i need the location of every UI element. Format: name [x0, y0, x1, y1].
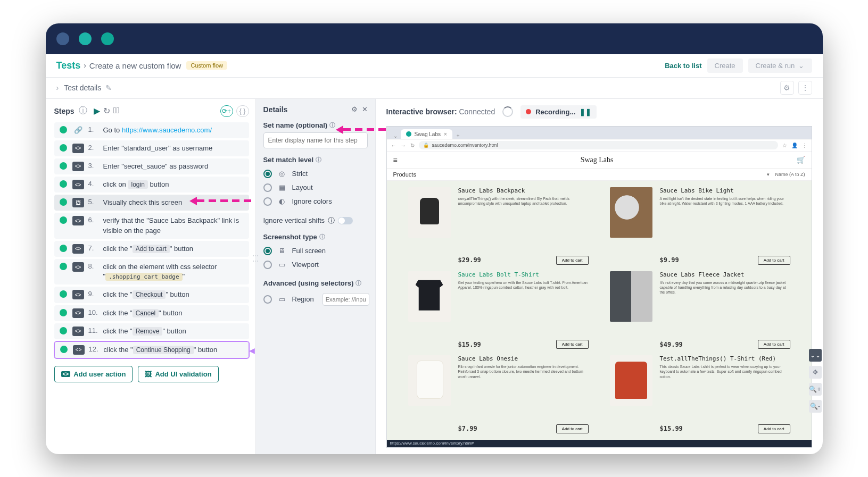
product-name[interactable]: Sauce Labs Bolt T-Shirt: [458, 271, 589, 278]
test-details-label: Test details: [64, 83, 101, 92]
step-name-input[interactable]: [263, 132, 368, 148]
add-step-icon[interactable]: ⟳+: [220, 105, 233, 117]
radio-region[interactable]: ▭Region: [263, 290, 368, 308]
radio-fullscreen[interactable]: 🖥Full screen: [263, 244, 368, 258]
profile-icon[interactable]: 👤: [791, 143, 798, 148]
product-card: Sauce Labs Bolt T-ShirtGet your testing …: [408, 271, 589, 349]
step-row[interactable]: 🖼5.Visually check this screen: [54, 195, 249, 211]
forward-nav-icon[interactable]: →: [401, 143, 406, 148]
product-description: Get your testing superhero on with the S…: [458, 280, 589, 290]
step-number: 8.: [88, 262, 99, 270]
step-row[interactable]: <>3.Enter "secret_sauce" as password: [54, 158, 249, 174]
filter-icon[interactable]: ▾: [767, 172, 770, 177]
step-row[interactable]: <>8.click on the element with css select…: [54, 259, 249, 284]
add-to-cart-button[interactable]: Add to cart: [556, 340, 589, 349]
add-user-action-button[interactable]: <>Add user action: [54, 366, 133, 382]
step-row[interactable]: <>12.click the "Continue Shopping" butto…: [54, 341, 249, 358]
product-name[interactable]: Sauce Labs Fleece Jacket: [660, 271, 790, 278]
url-input[interactable]: 🔒saucedemo.com/inventory.html: [419, 141, 778, 149]
play-icon[interactable]: ▶: [94, 106, 100, 116]
step-row[interactable]: <>4.click on login button: [54, 177, 249, 193]
radio-strict[interactable]: ◎Strict: [263, 167, 368, 181]
expand-chevron-icon[interactable]: ›: [56, 83, 59, 92]
more-icon[interactable]: ⋮: [802, 143, 807, 148]
create-button[interactable]: Create: [707, 58, 743, 73]
product-image[interactable]: [610, 271, 652, 322]
pause-icon[interactable]: ❚❚: [580, 108, 591, 116]
browser-panel: Interactive browser: Connected Recording…: [376, 99, 823, 454]
star-icon[interactable]: ☆: [782, 143, 787, 148]
add-to-cart-button[interactable]: Add to cart: [556, 256, 589, 265]
step-row[interactable]: <>11.click the "Remove" button: [54, 323, 249, 339]
settings-gear-icon[interactable]: ⚙: [780, 81, 794, 95]
product-image[interactable]: [408, 271, 451, 322]
step-row[interactable]: <>9.click the "Checkout" button: [54, 287, 249, 303]
info-icon[interactable]: ⓘ: [319, 233, 325, 241]
info-icon[interactable]: ⓘ: [316, 156, 321, 164]
step-row[interactable]: 🔗1.Go to https://www.saucedemo.com/: [54, 122, 249, 138]
browser-tab[interactable]: Swag Labs×: [401, 129, 452, 139]
product-name[interactable]: Test.allTheThings() T-Shirt (Red): [660, 355, 790, 362]
step-text: click the "Cancel" button: [103, 308, 245, 318]
menu-icon[interactable]: ≡: [393, 156, 398, 164]
info-icon[interactable]: ⓘ: [79, 105, 87, 116]
zoom-out-icon[interactable]: 🔍-: [809, 400, 822, 413]
more-menu-icon[interactable]: ⋮: [798, 81, 812, 95]
toggle-switch[interactable]: [338, 217, 353, 224]
radio-layout[interactable]: ▦Layout: [263, 181, 368, 195]
add-to-cart-button[interactable]: Add to cart: [758, 256, 790, 265]
info-icon[interactable]: ⓘ: [329, 121, 335, 129]
sort-select[interactable]: Name (A to Z): [775, 172, 805, 177]
radio-viewport[interactable]: ▭Viewport: [263, 258, 368, 272]
set-name-label: Set name (optional)ⓘ: [263, 121, 368, 129]
add-to-cart-button[interactable]: Add to cart: [758, 340, 790, 349]
add-to-cart-button[interactable]: Add to cart: [556, 424, 589, 433]
browser-side-controls: ⌄⌄ ✥ 🔍+ 🔍-: [809, 349, 822, 413]
new-tab-icon[interactable]: +: [453, 133, 463, 139]
reload-icon[interactable]: ↻: [103, 106, 110, 116]
info-icon[interactable]: ⓘ: [356, 279, 361, 287]
back-nav-icon[interactable]: ←: [391, 143, 396, 148]
details-close-icon[interactable]: ✕: [362, 105, 368, 113]
step-row[interactable]: <>6.verify that the "Sauce Labs Backpack…: [54, 213, 249, 238]
tab-close-icon[interactable]: ×: [444, 131, 447, 137]
code-step-icon: <>: [73, 345, 85, 355]
details-gear-icon[interactable]: ⚙: [351, 105, 358, 113]
add-ui-validation-button[interactable]: 🖼Add UI validation: [138, 366, 218, 382]
product-price: $9.99: [660, 256, 679, 264]
header-subtitle: Create a new custom flow: [89, 61, 181, 70]
add-to-cart-button[interactable]: Add to cart: [758, 424, 790, 433]
product-name[interactable]: Sauce Labs Onesie: [458, 355, 589, 362]
tab-dropdown-icon[interactable]: ⌄: [391, 133, 400, 139]
collapse-icon[interactable]: ⌄⌄: [809, 349, 822, 362]
radio-ignore-colors[interactable]: ◐Ignore colors: [263, 195, 368, 208]
product-name[interactable]: Sauce Labs Backpack: [458, 187, 589, 194]
move-icon[interactable]: ✥: [809, 366, 822, 379]
header-title[interactable]: Tests: [56, 60, 81, 71]
step-row[interactable]: <>10.click the "Cancel" button: [54, 305, 249, 321]
radio-icon: [263, 197, 272, 206]
ignore-vertical-shifts-toggle[interactable]: Ignore vertical shiftsⓘ: [263, 216, 368, 225]
cart-icon[interactable]: 🛒: [797, 156, 805, 164]
product-name[interactable]: Sauce Labs Bike Light: [660, 187, 790, 194]
traffic-dot-1: [56, 32, 69, 45]
reload-nav-icon[interactable]: ↻: [410, 143, 415, 148]
product-image[interactable]: [408, 187, 451, 238]
drag-handle-icon[interactable]: ⋮⋮: [253, 253, 259, 264]
braces-icon[interactable]: { }: [236, 105, 249, 117]
product-image[interactable]: [610, 187, 652, 238]
back-to-list-link[interactable]: Back to list: [665, 62, 701, 70]
eye-off-icon[interactable]: 👁̸: [113, 106, 120, 116]
status-success-icon: [60, 198, 67, 206]
edit-icon[interactable]: ✎: [105, 83, 112, 92]
zoom-in-icon[interactable]: 🔍+: [809, 383, 822, 396]
swag-header: ≡ Swag Labs 🛒: [387, 152, 812, 168]
product-image[interactable]: [408, 355, 451, 406]
create-and-run-button[interactable]: Create & run ⌄: [748, 58, 812, 73]
step-text: Enter "secret_sauce" as password: [103, 162, 245, 171]
region-selector-input[interactable]: [323, 293, 369, 306]
product-card: Sauce Labs Bike LightA red light isn't t…: [610, 187, 790, 265]
product-image[interactable]: [610, 355, 652, 406]
step-row[interactable]: <>7.click the "Add to cart" button: [54, 241, 249, 257]
step-row[interactable]: <>2.Enter "standard_user" as username: [54, 140, 249, 156]
